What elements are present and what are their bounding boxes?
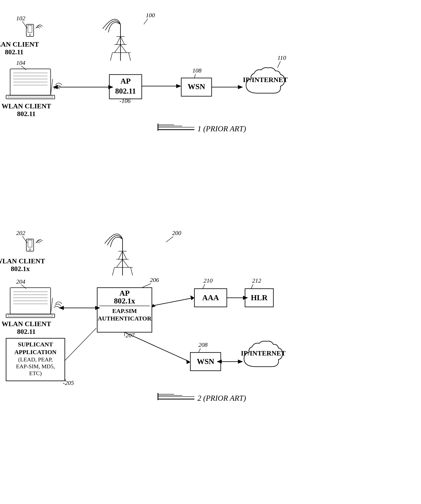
svg-line-27 [120,45,127,53]
svg-text:202: 202 [16,229,25,236]
fig2-marker [158,393,194,400]
svg-line-85 [116,259,123,267]
svg-point-54 [29,249,31,250]
svg-text:SUPLICANT: SUPLICANT [18,341,53,348]
svg-text:EAP-SIM, MD5,: EAP-SIM, MD5, [16,363,55,370]
svg-text:210: 210 [203,277,213,284]
svg-text:206: 206 [150,276,159,283]
wlan-client-1-label: WLAN CLIENT [0,41,39,48]
svg-line-19 [144,19,148,24]
fig1-number: 1 (PRIOR ART) [197,124,246,133]
svg-line-24 [116,36,120,45]
svg-marker-123 [59,306,64,310]
svg-text:802.1x: 802.1x [114,297,135,305]
svg-text:EAP.SIM: EAP.SIM [112,307,137,314]
svg-marker-107 [152,304,155,307]
fig2-number: 2 (PRIOR ART) [197,394,246,402]
svg-line-36 [194,74,196,78]
svg-text:212: 212 [252,277,261,284]
svg-text:HLR: HLR [251,293,268,302]
svg-text:802.11: 802.11 [115,87,136,95]
svg-line-58 [21,285,26,289]
fig1-marker [158,124,194,131]
svg-text:104: 104 [16,59,25,66]
diagram-container: text { font-family: 'Times New Roman', T… [0,0,421,504]
svg-rect-14 [8,96,53,98]
svg-line-67 [51,298,53,314]
svg-line-26 [114,45,120,53]
svg-line-87 [113,267,114,276]
svg-marker-34 [176,84,181,88]
ref-102: 102 [16,15,25,21]
svg-line-103 [251,284,253,289]
svg-line-78 [166,237,173,242]
svg-text:WLAN CLIENT: WLAN CLIENT [2,320,51,328]
svg-text:APPLICATION: APPLICATION [14,349,57,355]
svg-text:AUTHENTICATOR: AUTHENTICATOR [98,315,151,322]
svg-line-84 [123,251,127,259]
svg-text:WLAN CLIENT: WLAN CLIENT [0,257,45,265]
svg-text:WSN: WSN [197,357,214,366]
svg-text:AP: AP [119,289,130,297]
svg-rect-1 [26,24,34,36]
svg-text:WLAN CLIENT: WLAN CLIENT [2,102,51,110]
svg-line-29 [129,53,130,61]
tower-1 [103,19,130,61]
cloud-1: IP/INTERNET [243,68,288,93]
svg-text:802.11: 802.11 [17,110,36,118]
ap-text-1: AP [120,77,131,85]
svg-marker-106 [190,295,194,300]
svg-marker-44 [53,85,58,89]
svg-line-25 [120,36,125,45]
svg-text:802.11: 802.11 [5,48,24,56]
svg-line-28 [110,53,113,61]
svg-text:802.1x: 802.1x [11,265,30,272]
svg-marker-38 [238,85,243,89]
svg-line-88 [130,267,133,276]
svg-line-91 [142,284,151,288]
svg-rect-2 [28,25,32,32]
svg-text:200: 200 [172,229,181,236]
svg-rect-52 [26,239,34,251]
svg-rect-66 [8,315,53,316]
svg-text:802.11: 802.11 [17,328,36,335]
svg-line-6 [21,66,26,70]
svg-line-100 [202,284,205,289]
svg-rect-13 [6,95,55,99]
svg-text:-205: -205 [63,379,74,386]
svg-text:-106: -106 [119,97,130,104]
phone-icon-1 [26,24,42,36]
svg-line-111 [198,348,201,353]
cloud-2: IP/INTERNET [241,341,285,367]
svg-line-116 [125,332,189,362]
svg-rect-53 [28,240,32,247]
tower-2 [105,234,133,276]
laptop-icon-2 [6,288,62,318]
svg-text:204: 204 [16,278,25,285]
phone-icon-2 [26,239,42,251]
wsn-text-1: WSN [188,82,205,91]
svg-text:208: 208 [198,341,208,348]
svg-text:(LEAD, PEAP,: (LEAD, PEAP, [18,356,53,363]
laptop-icon-1 [6,69,62,99]
svg-text:100: 100 [146,12,155,18]
svg-line-105 [152,298,193,306]
svg-point-3 [29,34,31,36]
svg-text:ETC): ETC) [29,370,42,376]
svg-text:108: 108 [192,67,202,74]
svg-text:110: 110 [277,54,286,61]
svg-line-86 [123,259,129,267]
svg-marker-117 [186,360,190,364]
svg-text:IP/INTERNET: IP/INTERNET [243,76,288,84]
svg-rect-65 [6,314,55,318]
svg-line-129 [65,328,96,360]
svg-marker-119 [238,360,243,364]
svg-line-83 [119,251,123,259]
svg-text:AAA: AAA [202,293,219,302]
svg-line-41 [277,61,280,68]
svg-line-15 [51,79,53,95]
svg-text:IP/INTERNET: IP/INTERNET [241,349,285,357]
